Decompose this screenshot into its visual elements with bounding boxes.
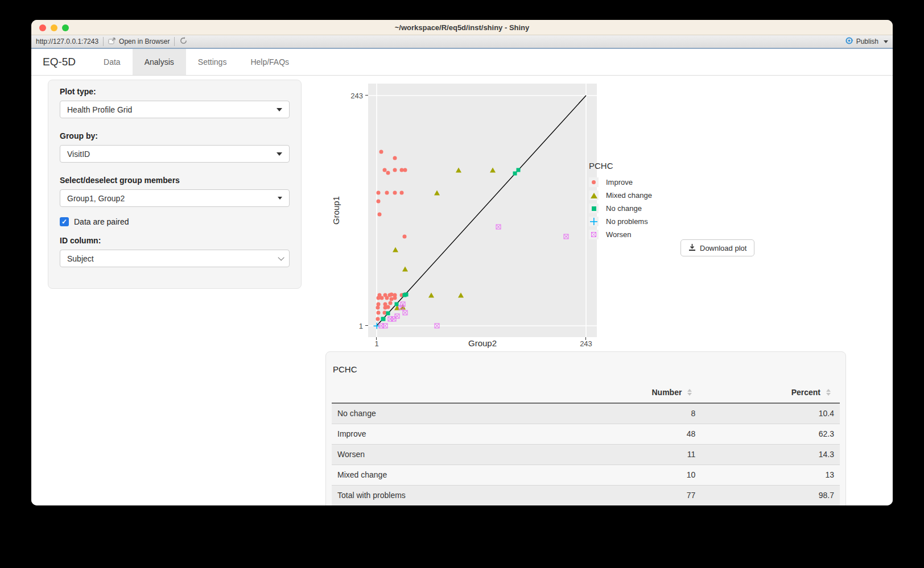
row-label: Worsen (332, 444, 560, 465)
legend-label: No change (606, 204, 642, 213)
point-improve (403, 168, 407, 172)
legend-items: ImproveMixed changeNo changeNo problemsW… (589, 176, 652, 241)
point-improve (393, 168, 397, 172)
tab-settings[interactable]: Settings (186, 49, 239, 75)
point-improve (393, 156, 397, 160)
app-navbar: EQ-5D Data Analysis Settings Help/FAQs (31, 49, 893, 76)
y-tick-mark (365, 325, 368, 326)
toolbar-separator (174, 37, 175, 46)
legend-item-improve: Improve (589, 176, 652, 189)
table-row[interactable]: Improve4862.3 (332, 424, 840, 444)
improve-key-icon (589, 177, 599, 187)
viewer-toolbar: http://127.0.0.1:7243 Open in Browser Pu… (31, 35, 893, 49)
point-improve (385, 190, 389, 194)
point-mixed-change (402, 266, 408, 271)
open-in-browser-button[interactable]: Open in Browser (108, 38, 170, 46)
reload-button[interactable] (179, 36, 188, 47)
point-worsen (403, 310, 408, 315)
point-mixed-change (428, 293, 434, 298)
plot-type-select[interactable]: Health Profile Grid (60, 101, 290, 118)
column-header-number[interactable]: Number (560, 383, 702, 403)
row-percent: 10.4 (701, 403, 840, 424)
download-icon (688, 243, 696, 253)
group-members-label: Select/deselect group members (60, 176, 290, 185)
tab-analysis[interactable]: Analysis (133, 49, 186, 75)
toolbar-separator (103, 37, 104, 46)
plot-type-label: Plot type: (60, 87, 290, 96)
legend-item-mixed-change: Mixed change (589, 189, 652, 202)
window-title: ~/workspace/R/eq5d/inst/shiny - Shiny (395, 23, 530, 32)
point-improve (380, 296, 384, 300)
group-members-select[interactable]: Group1, Group2 (60, 189, 290, 207)
publish-icon (845, 36, 853, 47)
point-worsen (496, 224, 501, 229)
point-mixed-change (490, 167, 496, 172)
point-no-change (402, 293, 406, 297)
no-change-key-icon (589, 204, 599, 213)
legend-label: Improve (606, 178, 633, 186)
zoom-window-button[interactable] (62, 24, 69, 31)
legend-label: Worsen (606, 230, 632, 239)
point-improve (385, 296, 389, 300)
point-no-change (517, 168, 521, 172)
minimize-window-button[interactable] (51, 24, 57, 31)
analysis-page: Plot type: Health Profile Grid Group by:… (31, 76, 893, 505)
controls-panel: Plot type: Health Profile Grid Group by:… (48, 80, 302, 289)
legend-label: Mixed change (606, 191, 652, 200)
x-tick-label-min: 1 (365, 339, 388, 348)
row-label: Improve (332, 424, 560, 444)
traffic-lights (39, 24, 69, 31)
point-improve (400, 190, 404, 194)
column-header-percent[interactable]: Percent (701, 383, 840, 403)
legend-item-no-change: No change (589, 202, 652, 215)
table-row[interactable]: No change810.4 (332, 403, 840, 424)
sort-icon[interactable] (687, 389, 692, 396)
table-row[interactable]: Mixed change1013 (332, 465, 840, 485)
point-improve (379, 150, 383, 154)
point-improve (386, 171, 390, 175)
publish-menu-caret-icon[interactable] (884, 40, 888, 43)
close-window-button[interactable] (39, 24, 46, 31)
chevron-down-icon (278, 197, 282, 200)
row-percent: 98.7 (701, 485, 840, 505)
pchc-table-body: No change810.4Improve4862.3Worsen1114.3M… (332, 403, 840, 505)
plot-grid-and-line (368, 84, 597, 337)
point-mixed-change (458, 293, 464, 298)
column-header-empty (332, 383, 560, 403)
tab-help-faqs[interactable]: Help/FAQs (238, 49, 301, 75)
x-tick-label-max: 243 (575, 339, 597, 348)
id-column-select[interactable]: Subject (60, 250, 290, 267)
table-row[interactable]: Worsen1114.3 (332, 444, 840, 465)
y-tick-mark (365, 95, 368, 96)
mixed-change-key-icon (589, 190, 599, 200)
row-number: 48 (560, 424, 702, 444)
row-number: 8 (560, 403, 702, 424)
row-number: 77 (560, 485, 702, 505)
point-improve (377, 190, 381, 194)
row-label: Total with problems (332, 485, 560, 505)
point-improve (393, 190, 397, 194)
point-improve (386, 305, 390, 309)
pchc-table-title: PCHC (333, 364, 840, 374)
legend-item-worsen: Worsen (589, 228, 652, 241)
y-axis-title: Group1 (331, 196, 341, 225)
publish-label: Publish (856, 38, 878, 45)
table-row[interactable]: Total with problems7798.7 (332, 485, 840, 505)
point-improve (377, 310, 381, 314)
download-plot-button[interactable]: Download plot (680, 239, 754, 256)
group-by-select[interactable]: VisitID (60, 145, 290, 163)
data-paired-checkbox[interactable]: ✓ (60, 217, 69, 226)
point-improve (376, 317, 380, 321)
publish-button[interactable]: Publish (845, 36, 878, 47)
pchc-table-card: PCHC Number Percent No (325, 351, 846, 505)
row-percent: 62.3 (701, 424, 840, 444)
chevron-down-icon (277, 108, 282, 111)
no-problems-key-icon (589, 217, 599, 226)
plot-panel (368, 84, 597, 337)
open-in-browser-label: Open in Browser (119, 38, 170, 45)
app-brand: EQ-5D (31, 49, 92, 75)
tab-data[interactable]: Data (92, 49, 133, 75)
legend-label: No problems (606, 217, 648, 226)
row-percent: 13 (701, 465, 840, 485)
sort-icon[interactable] (826, 389, 831, 396)
